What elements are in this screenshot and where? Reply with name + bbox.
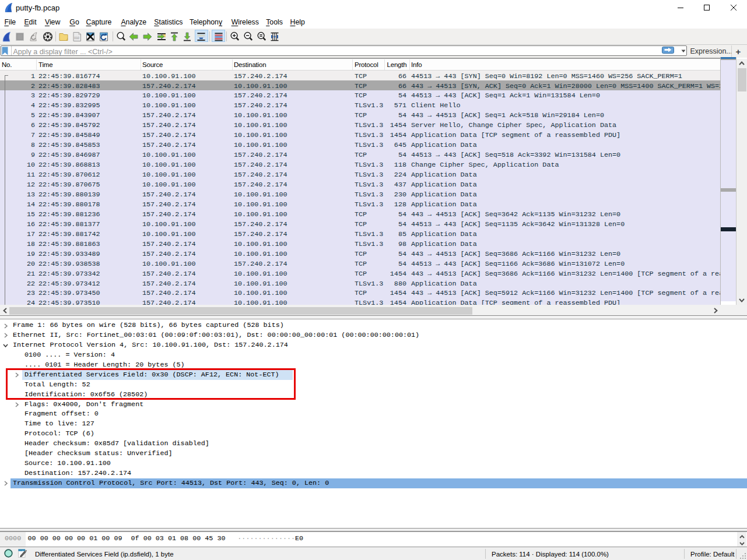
svg-text:010: 010 <box>74 36 79 40</box>
